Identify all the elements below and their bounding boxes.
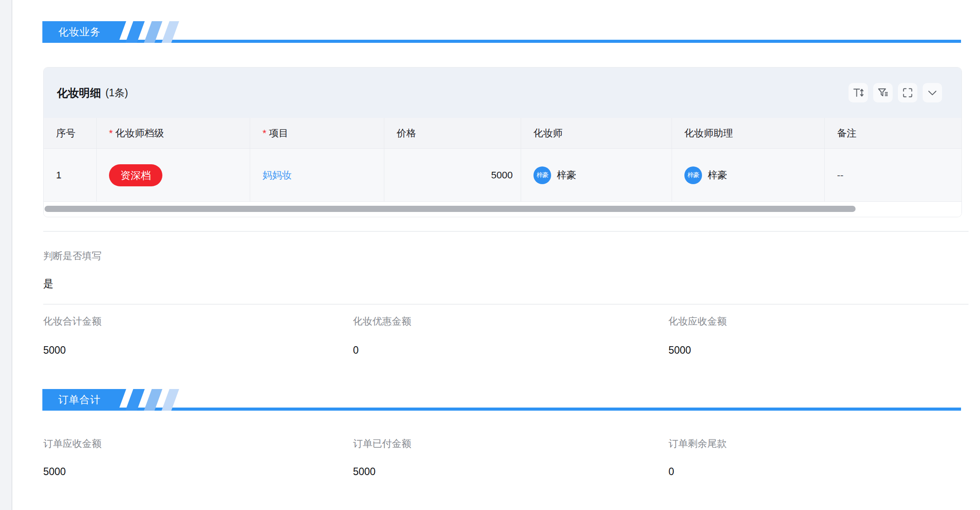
left-rail (0, 0, 12, 510)
table-row-count: (1条) (105, 86, 128, 100)
column-header-project: * 项目 (250, 118, 384, 148)
fullscreen-icon (901, 87, 914, 99)
project-cell: 妈妈妆 (250, 149, 384, 201)
banner-title-box: 化妆业务 (42, 21, 126, 43)
table-header-bar: 化妆明细 (1条) (44, 68, 961, 118)
filter-icon (877, 87, 889, 99)
section-title-order-total: 订单合计 (58, 393, 101, 407)
column-header-remark: 备注 (825, 118, 961, 148)
required-marker: * (263, 128, 267, 139)
column-header-artist: 化妆师 (521, 118, 672, 148)
banner-title-box: 订单合计 (42, 389, 126, 411)
judge-filled-value: 是 (43, 277, 53, 290)
section-divider (43, 231, 969, 232)
artist-avatar: 梓豪 (533, 166, 551, 184)
order-remaining-label: 订单剩余尾款 (668, 437, 727, 450)
order-receivable-label: 订单应收金额 (43, 437, 101, 450)
banner-underline (42, 408, 961, 411)
table-column-headers: 序号 * 化妆师档级 * 项目 价格 化妆师 化妆师助理 备注 (44, 118, 961, 149)
makeup-detail-card: 化妆明细 (1条) (43, 67, 962, 217)
makeup-receivable-label: 化妆应收金额 (668, 315, 727, 328)
table-toolbar (849, 83, 942, 102)
section-divider (43, 304, 969, 305)
order-paid-value: 5000 (353, 465, 375, 478)
project-link[interactable]: 妈妈妆 (263, 169, 292, 182)
artist-name: 梓豪 (557, 169, 576, 182)
horizontal-scrollbar-track[interactable] (44, 202, 961, 217)
order-receivable-value: 5000 (43, 465, 66, 478)
collapse-button[interactable] (923, 83, 942, 102)
makeup-order-form-page: 化妆业务 化妆明细 (1条) (0, 0, 980, 510)
makeup-total-value: 5000 (43, 344, 66, 357)
makeup-receivable-value: 5000 (668, 344, 691, 357)
artist-cell: 梓豪 梓豪 (521, 149, 672, 201)
filter-button[interactable] (873, 83, 893, 102)
column-header-grade: * 化妆师档级 (97, 118, 250, 148)
order-remaining-value: 0 (668, 465, 674, 478)
row-height-button[interactable] (849, 83, 868, 102)
assistant-name: 梓豪 (708, 169, 727, 182)
section-title-makeup: 化妆业务 (58, 25, 101, 39)
chevron-down-icon (926, 87, 939, 99)
price-cell: 5000 (384, 149, 521, 201)
horizontal-scrollbar-thumb[interactable] (45, 206, 856, 212)
column-header-index: 序号 (44, 118, 97, 148)
section-banner-makeup: 化妆业务 (42, 21, 961, 43)
makeup-discount-value: 0 (353, 344, 359, 357)
banner-underline (42, 40, 961, 43)
assistant-avatar: 梓豪 (684, 166, 702, 184)
assistant-cell: 梓豪 梓豪 (672, 149, 825, 201)
makeup-discount-label: 化妆优惠金额 (353, 315, 411, 328)
column-header-price: 价格 (384, 118, 521, 148)
table-row: 1 资深档 妈妈妆 5000 梓豪 梓豪 梓豪 梓豪 (44, 149, 961, 202)
order-paid-label: 订单已付金额 (353, 437, 411, 450)
required-marker: * (109, 128, 113, 139)
table-title: 化妆明细 (57, 86, 101, 100)
fullscreen-button[interactable] (898, 83, 917, 102)
grade-cell: 资深档 (97, 149, 250, 201)
judge-filled-label: 判断是否填写 (43, 249, 101, 263)
column-header-assistant: 化妆师助理 (672, 118, 825, 148)
section-banner-order-total: 订单合计 (42, 389, 961, 411)
remark-cell: -- (825, 149, 961, 201)
row-height-icon (852, 87, 864, 99)
makeup-total-label: 化妆合计金额 (43, 315, 101, 328)
row-index-cell: 1 (44, 149, 97, 201)
grade-badge: 资深档 (109, 164, 162, 186)
